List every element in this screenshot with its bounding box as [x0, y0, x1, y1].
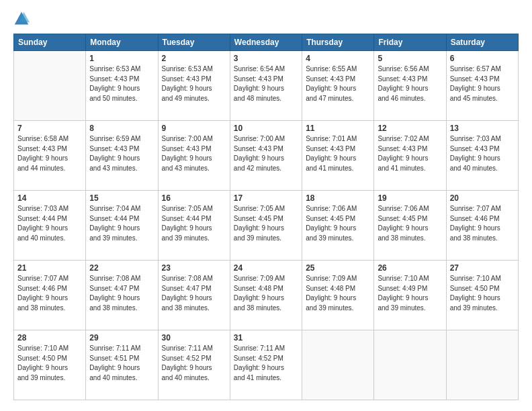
day-number: 27	[450, 263, 515, 273]
day-info: Sunrise: 6:53 AM Sunset: 4:43 PM Dayligh…	[162, 64, 226, 103]
logo-icon	[13, 11, 30, 27]
day-info: Sunrise: 7:11 AM Sunset: 4:52 PM Dayligh…	[234, 344, 298, 383]
day-number: 26	[378, 263, 442, 273]
day-info: Sunrise: 7:09 AM Sunset: 4:48 PM Dayligh…	[234, 274, 298, 313]
calendar-cell: 28Sunrise: 7:10 AM Sunset: 4:50 PM Dayli…	[14, 330, 86, 400]
calendar-cell: 8Sunrise: 6:59 AM Sunset: 4:43 PM Daylig…	[86, 121, 158, 191]
day-info: Sunrise: 6:59 AM Sunset: 4:43 PM Dayligh…	[89, 134, 154, 173]
day-number: 15	[89, 193, 154, 203]
week-row-1: 7Sunrise: 6:58 AM Sunset: 4:43 PM Daylig…	[14, 121, 519, 191]
day-number: 28	[17, 333, 82, 342]
calendar-cell: 27Sunrise: 7:10 AM Sunset: 4:50 PM Dayli…	[446, 261, 518, 330]
calendar-cell: 12Sunrise: 7:02 AM Sunset: 4:43 PM Dayli…	[374, 121, 446, 191]
calendar-cell: 3Sunrise: 6:54 AM Sunset: 4:43 PM Daylig…	[230, 51, 302, 121]
weekday-header-friday: Friday	[374, 34, 446, 51]
day-number: 5	[378, 54, 442, 63]
day-info: Sunrise: 7:09 AM Sunset: 4:48 PM Dayligh…	[306, 274, 370, 313]
calendar-cell	[14, 51, 86, 121]
day-number: 24	[234, 263, 298, 273]
day-info: Sunrise: 7:03 AM Sunset: 4:43 PM Dayligh…	[450, 134, 515, 173]
day-number: 22	[89, 263, 154, 273]
day-number: 3	[234, 54, 298, 63]
day-number: 9	[162, 124, 226, 133]
calendar-cell: 6Sunrise: 6:57 AM Sunset: 4:43 PM Daylig…	[446, 51, 518, 121]
day-number: 12	[378, 124, 442, 133]
calendar-cell: 21Sunrise: 7:07 AM Sunset: 4:46 PM Dayli…	[14, 261, 86, 330]
calendar-cell: 18Sunrise: 7:06 AM Sunset: 4:45 PM Dayli…	[302, 191, 374, 261]
day-number: 2	[162, 54, 226, 63]
weekday-header-monday: Monday	[86, 34, 158, 51]
day-number: 17	[234, 193, 298, 203]
day-number: 21	[17, 263, 82, 273]
day-info: Sunrise: 7:05 AM Sunset: 4:44 PM Dayligh…	[162, 204, 226, 243]
calendar-cell: 4Sunrise: 6:55 AM Sunset: 4:43 PM Daylig…	[302, 51, 374, 121]
calendar-cell: 7Sunrise: 6:58 AM Sunset: 4:43 PM Daylig…	[14, 121, 86, 191]
day-number: 23	[162, 263, 226, 273]
day-info: Sunrise: 7:04 AM Sunset: 4:44 PM Dayligh…	[89, 204, 154, 243]
page: SundayMondayTuesdayWednesdayThursdayFrid…	[0, 0, 532, 411]
calendar-cell: 31Sunrise: 7:11 AM Sunset: 4:52 PM Dayli…	[230, 330, 302, 400]
week-row-3: 21Sunrise: 7:07 AM Sunset: 4:46 PM Dayli…	[14, 261, 519, 330]
calendar-table: SundayMondayTuesdayWednesdayThursdayFrid…	[13, 34, 519, 400]
day-number: 1	[89, 54, 154, 63]
calendar-cell: 13Sunrise: 7:03 AM Sunset: 4:43 PM Dayli…	[446, 121, 518, 191]
calendar-cell: 29Sunrise: 7:11 AM Sunset: 4:51 PM Dayli…	[86, 330, 158, 400]
day-info: Sunrise: 7:10 AM Sunset: 4:50 PM Dayligh…	[450, 274, 515, 313]
day-info: Sunrise: 7:01 AM Sunset: 4:43 PM Dayligh…	[306, 134, 370, 173]
week-row-2: 14Sunrise: 7:03 AM Sunset: 4:44 PM Dayli…	[14, 191, 519, 261]
calendar-cell: 16Sunrise: 7:05 AM Sunset: 4:44 PM Dayli…	[158, 191, 230, 261]
day-info: Sunrise: 6:58 AM Sunset: 4:43 PM Dayligh…	[17, 134, 82, 173]
day-info: Sunrise: 6:56 AM Sunset: 4:43 PM Dayligh…	[378, 64, 442, 103]
day-number: 10	[234, 124, 298, 133]
day-info: Sunrise: 7:10 AM Sunset: 4:50 PM Dayligh…	[17, 344, 82, 383]
day-info: Sunrise: 6:57 AM Sunset: 4:43 PM Dayligh…	[450, 64, 515, 103]
day-number: 11	[306, 124, 370, 133]
day-info: Sunrise: 7:10 AM Sunset: 4:49 PM Dayligh…	[378, 274, 442, 313]
calendar-cell: 2Sunrise: 6:53 AM Sunset: 4:43 PM Daylig…	[158, 51, 230, 121]
calendar-cell: 20Sunrise: 7:07 AM Sunset: 4:46 PM Dayli…	[446, 191, 518, 261]
day-info: Sunrise: 7:03 AM Sunset: 4:44 PM Dayligh…	[17, 204, 82, 243]
day-info: Sunrise: 6:54 AM Sunset: 4:43 PM Dayligh…	[234, 64, 298, 103]
day-number: 29	[89, 333, 154, 342]
day-info: Sunrise: 7:00 AM Sunset: 4:43 PM Dayligh…	[162, 134, 226, 173]
calendar-cell: 24Sunrise: 7:09 AM Sunset: 4:48 PM Dayli…	[230, 261, 302, 330]
weekday-header-wednesday: Wednesday	[230, 34, 302, 51]
day-info: Sunrise: 7:07 AM Sunset: 4:46 PM Dayligh…	[450, 204, 515, 243]
day-number: 13	[450, 124, 515, 133]
calendar-cell	[374, 330, 446, 400]
day-number: 6	[450, 54, 515, 63]
calendar-cell: 25Sunrise: 7:09 AM Sunset: 4:48 PM Dayli…	[302, 261, 374, 330]
day-info: Sunrise: 7:05 AM Sunset: 4:45 PM Dayligh…	[234, 204, 298, 243]
weekday-header-row: SundayMondayTuesdayWednesdayThursdayFrid…	[14, 34, 519, 51]
day-number: 18	[306, 193, 370, 203]
weekday-header-tuesday: Tuesday	[158, 34, 230, 51]
calendar-cell	[302, 330, 374, 400]
calendar-cell: 5Sunrise: 6:56 AM Sunset: 4:43 PM Daylig…	[374, 51, 446, 121]
day-number: 4	[306, 54, 370, 63]
day-info: Sunrise: 7:11 AM Sunset: 4:51 PM Dayligh…	[89, 344, 154, 383]
day-number: 8	[89, 124, 154, 133]
day-info: Sunrise: 7:08 AM Sunset: 4:47 PM Dayligh…	[162, 274, 226, 313]
day-info: Sunrise: 6:55 AM Sunset: 4:43 PM Dayligh…	[306, 64, 370, 103]
calendar-cell: 10Sunrise: 7:00 AM Sunset: 4:43 PM Dayli…	[230, 121, 302, 191]
calendar-cell: 15Sunrise: 7:04 AM Sunset: 4:44 PM Dayli…	[86, 191, 158, 261]
calendar-cell: 14Sunrise: 7:03 AM Sunset: 4:44 PM Dayli…	[14, 191, 86, 261]
weekday-header-thursday: Thursday	[302, 34, 374, 51]
day-number: 7	[17, 124, 82, 133]
day-info: Sunrise: 7:06 AM Sunset: 4:45 PM Dayligh…	[306, 204, 370, 243]
calendar-cell: 17Sunrise: 7:05 AM Sunset: 4:45 PM Dayli…	[230, 191, 302, 261]
calendar-cell: 1Sunrise: 6:53 AM Sunset: 4:43 PM Daylig…	[86, 51, 158, 121]
day-number: 30	[162, 333, 226, 342]
calendar-cell	[446, 330, 518, 400]
calendar-cell: 19Sunrise: 7:06 AM Sunset: 4:45 PM Dayli…	[374, 191, 446, 261]
week-row-4: 28Sunrise: 7:10 AM Sunset: 4:50 PM Dayli…	[14, 330, 519, 400]
day-number: 16	[162, 193, 226, 203]
weekday-header-sunday: Sunday	[14, 34, 86, 51]
day-info: Sunrise: 7:00 AM Sunset: 4:43 PM Dayligh…	[234, 134, 298, 173]
day-number: 14	[17, 193, 82, 203]
day-info: Sunrise: 7:11 AM Sunset: 4:52 PM Dayligh…	[162, 344, 226, 383]
day-number: 31	[234, 333, 298, 342]
day-info: Sunrise: 7:02 AM Sunset: 4:43 PM Dayligh…	[378, 134, 442, 173]
day-number: 20	[450, 193, 515, 203]
day-number: 19	[378, 193, 442, 203]
